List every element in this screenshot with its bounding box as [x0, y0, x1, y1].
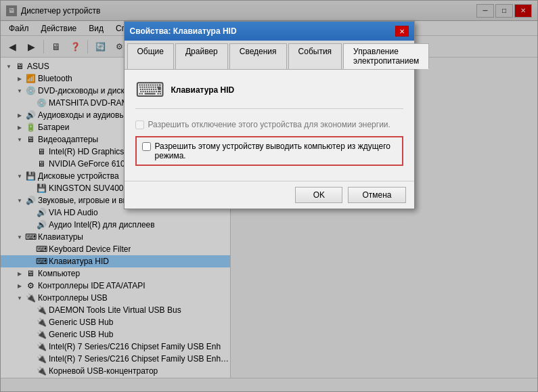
main-window: 🖥 Диспетчер устройств ─ □ ✕ Файл Действи… — [0, 0, 538, 392]
wakeup-checkbox-container: Разрешить этому устройству выводить комп… — [135, 136, 403, 166]
tab-details[interactable]: Сведения — [229, 43, 287, 69]
cancel-button[interactable]: Отмена — [348, 187, 405, 203]
modal-overlay: Свойства: Клавиатура HID ✕ Общие Драйвер… — [1, 1, 537, 391]
power-save-label: Разрешить отключение этого устройства дл… — [148, 120, 390, 129]
dialog-footer: OK Отмена — [125, 181, 414, 209]
tab-general[interactable]: Общие — [127, 43, 174, 69]
wakeup-label: Разрешить этому устройству выводить комп… — [155, 141, 397, 160]
keyboard-icon: ⌨ — [135, 78, 164, 102]
device-name-label: Клавиатура HID — [171, 85, 235, 95]
tab-power[interactable]: Управление электропитанием — [343, 43, 429, 69]
dialog-close-button[interactable]: ✕ — [395, 26, 409, 37]
dialog-tabs: Общие Драйвер Сведения События Управлени… — [125, 41, 414, 70]
device-header: ⌨ Клавиатура HID — [135, 78, 403, 109]
dialog-title: Свойства: Клавиатура HID — [130, 26, 237, 36]
tab-events[interactable]: События — [288, 43, 342, 69]
dialog-content: ⌨ Клавиатура HID Разрешить отключение эт… — [125, 70, 414, 181]
checkbox-row-1: Разрешить отключение этого устройства дл… — [135, 120, 403, 129]
dialog-title-bar: Свойства: Клавиатура HID ✕ — [125, 22, 414, 41]
power-save-checkbox[interactable] — [135, 121, 144, 129]
wakeup-checkbox[interactable] — [142, 142, 151, 151]
ok-button[interactable]: OK — [295, 187, 342, 203]
properties-dialog: Свойства: Клавиатура HID ✕ Общие Драйвер… — [124, 21, 415, 209]
tab-driver[interactable]: Драйвер — [175, 43, 228, 69]
